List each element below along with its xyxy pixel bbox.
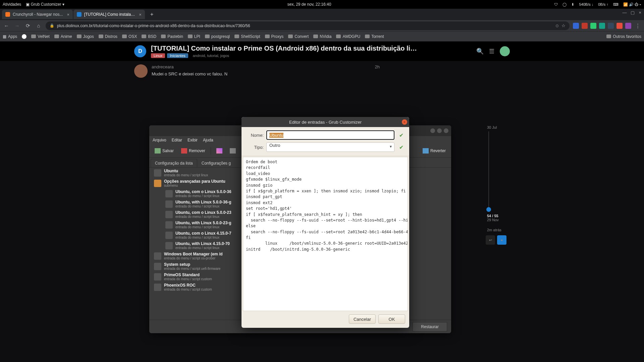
keyboard-icon[interactable]: ⌨ bbox=[613, 2, 619, 7]
bookmark-item[interactable]: postgresql bbox=[205, 34, 230, 39]
user-avatar[interactable] bbox=[500, 46, 510, 56]
gc-entry[interactable]: Opções avançadas para Ubuntu submenu bbox=[149, 178, 243, 188]
extension-icon[interactable] bbox=[582, 23, 588, 29]
extension-icon[interactable] bbox=[616, 23, 623, 29]
bookmark-item[interactable]: NVidia bbox=[313, 34, 331, 39]
tab-close-icon[interactable]: × bbox=[67, 12, 69, 17]
topic-tags[interactable]: android, tutorial, jogos bbox=[190, 53, 232, 58]
tab-close-icon[interactable]: × bbox=[139, 12, 142, 17]
bookmark-item[interactable]: Distros bbox=[99, 34, 117, 39]
gc-entry[interactable]: PhoenixOS ROC entrada do menu / script c… bbox=[149, 282, 243, 292]
reader-icon[interactable]: ⊙ bbox=[555, 23, 559, 28]
bookmark-item[interactable]: Pastebin bbox=[161, 34, 183, 39]
gc-entry[interactable]: PrimeOS Standard entrada do menu / scrip… bbox=[149, 272, 243, 282]
bookmark-other[interactable]: Outros favoritos bbox=[606, 34, 641, 39]
bookmark-star-icon[interactable]: ☆ bbox=[561, 23, 566, 28]
bookmark-item[interactable]: OSX bbox=[122, 34, 137, 39]
diolinux-logo-icon[interactable]: D bbox=[134, 45, 146, 57]
gc-entry[interactable]: Ubuntu, com o Linux 5.0.0-23 entrada do … bbox=[149, 209, 243, 220]
url-input[interactable] bbox=[57, 23, 553, 28]
gc-entry[interactable]: Ubuntu, with Linux 5.0.0-23-g entrada do… bbox=[149, 220, 243, 230]
gc-entry[interactable]: Windows Boot Manager (em /d entrada do m… bbox=[149, 251, 243, 261]
reload-button[interactable]: ⟳ bbox=[24, 23, 32, 29]
timeline-back[interactable]: 2m atrás bbox=[487, 228, 510, 232]
timeline-handle[interactable] bbox=[486, 207, 491, 212]
post-username[interactable]: andreceara bbox=[152, 64, 174, 69]
entry-code-textarea[interactable]: Ordem de boot recordfail load_video gfxm… bbox=[243, 157, 408, 311]
new-button[interactable] bbox=[227, 147, 238, 155]
revert-button[interactable]: Reverter bbox=[420, 147, 448, 155]
extension-icon[interactable] bbox=[573, 23, 579, 29]
remove-button[interactable]: Remover bbox=[178, 147, 208, 155]
gc-maximize-icon[interactable] bbox=[437, 128, 442, 133]
bookmark-item[interactable] bbox=[22, 34, 26, 39]
category-iniciantes[interactable]: Iniciantes bbox=[167, 53, 188, 58]
window-maximize-icon[interactable]: ▢ bbox=[631, 10, 635, 15]
bookmark-item[interactable]: Proxys bbox=[265, 34, 284, 39]
gc-tab-general[interactable]: Configurações g bbox=[197, 159, 235, 167]
gc-entry[interactable]: Ubuntu, com o Linux 4.15.0-7 entrada do … bbox=[149, 230, 243, 240]
bookmark-item[interactable]: LPI bbox=[188, 34, 200, 39]
gc-entry[interactable]: Ubuntu entrada do menu / script linux bbox=[149, 168, 243, 178]
home-button[interactable]: ⌂ bbox=[35, 23, 42, 28]
new-tab-button[interactable]: + bbox=[148, 10, 156, 19]
bookmark-apps[interactable]: ▦ Apps bbox=[3, 34, 17, 39]
post-avatar[interactable] bbox=[134, 64, 148, 78]
restore-button[interactable]: Restaurar bbox=[413, 322, 447, 331]
back-button[interactable]: ← bbox=[3, 23, 10, 28]
activities-button[interactable]: Atividades bbox=[3, 2, 21, 7]
bookmark-item[interactable]: Torrent bbox=[365, 34, 384, 39]
gc-entry[interactable]: System setup entrada do menu / script ue… bbox=[149, 261, 243, 272]
bookmark-item[interactable]: AMDGPU bbox=[336, 34, 360, 39]
bookmark-item[interactable]: BSD bbox=[142, 34, 156, 39]
bookmark-item[interactable]: Jogos bbox=[77, 34, 94, 39]
gc-entry[interactable]: Ubuntu, com o Linux 5.0.0-36 entrada do … bbox=[149, 188, 243, 199]
extension-icon[interactable] bbox=[625, 23, 631, 29]
gc-entry[interactable]: Ubuntu, with Linux 4.15.0-70 entrada do … bbox=[149, 240, 243, 251]
category-linux[interactable]: Linux bbox=[151, 53, 165, 58]
gnome-clock[interactable]: sex, 29 de nov, 22:16:40 bbox=[64, 2, 554, 7]
cancel-button[interactable]: Cancelar bbox=[349, 314, 376, 324]
lock-icon[interactable]: 🔒 bbox=[50, 23, 54, 28]
timeline-top-date[interactable]: 30 Jul bbox=[487, 125, 510, 129]
extension-icon[interactable] bbox=[590, 23, 596, 29]
dialog-titlebar[interactable]: Editor de entradas - Grub Customizer × bbox=[241, 117, 409, 127]
hamburger-menu-icon[interactable]: ☰ bbox=[489, 48, 494, 55]
name-input[interactable] bbox=[266, 130, 394, 140]
notification-dot-icon[interactable]: ● bbox=[497, 235, 506, 245]
download-icon[interactable]: ⬇ bbox=[571, 2, 574, 7]
gc-minimize-icon[interactable] bbox=[430, 128, 435, 133]
system-tray[interactable]: 📶 🔊 ⏻ ▾ bbox=[623, 2, 641, 7]
bookmark-item[interactable]: VelNet bbox=[31, 34, 49, 39]
gc-menu-edit[interactable]: Editar bbox=[172, 138, 182, 142]
gc-tab-list[interactable]: Configuração da lista bbox=[151, 159, 197, 167]
browser-tab[interactable]: [TUTORIAL] Como instala… × bbox=[73, 10, 145, 19]
window-close-icon[interactable]: × bbox=[639, 10, 641, 15]
gc-entry-list[interactable]: Ubuntu entrada do menu / script linux Op… bbox=[149, 168, 243, 320]
bookmark-item[interactable]: ShellScript bbox=[234, 34, 260, 39]
save-button[interactable]: Salvar bbox=[152, 147, 176, 155]
bookmark-item[interactable]: Convert bbox=[288, 34, 309, 39]
type-select[interactable]: Outro bbox=[266, 142, 394, 152]
steam-icon[interactable]: ◯ bbox=[562, 2, 567, 7]
browser-tab[interactable]: Crunchyroll - Navegar nos... × bbox=[2, 10, 73, 19]
reply-icon[interactable]: ↩ bbox=[486, 235, 495, 245]
gc-entry[interactable]: Ubuntu, with Linux 5.0.0-36-g entrada do… bbox=[149, 199, 243, 209]
extension-icon[interactable] bbox=[599, 23, 605, 29]
topic-title[interactable]: [TUTORIAL] Como instalar o Prime OS (And… bbox=[151, 45, 453, 52]
shield-icon[interactable]: 🛡 bbox=[554, 2, 558, 6]
extension-icon[interactable] bbox=[608, 23, 614, 29]
dialog-close-icon[interactable]: × bbox=[402, 119, 407, 125]
url-bar[interactable]: 🔒 ⊙ ☆ bbox=[46, 21, 570, 30]
app-menu[interactable]: ▣ Grub Customizer ▾ bbox=[26, 2, 64, 7]
window-minimize-icon[interactable]: — bbox=[622, 10, 627, 15]
edit-button[interactable] bbox=[214, 147, 225, 155]
ok-button[interactable]: OK bbox=[378, 314, 405, 324]
search-icon[interactable]: 🔍 bbox=[476, 48, 484, 55]
gc-menu-help[interactable]: Ajuda bbox=[203, 138, 213, 142]
bookmark-item[interactable]: Anime bbox=[54, 34, 72, 39]
browser-menu-button[interactable]: ⋮ bbox=[634, 23, 641, 29]
forward-button[interactable]: → bbox=[13, 23, 21, 28]
gc-close-icon[interactable] bbox=[444, 128, 448, 133]
gc-menu-view[interactable]: Exibir bbox=[187, 138, 198, 142]
